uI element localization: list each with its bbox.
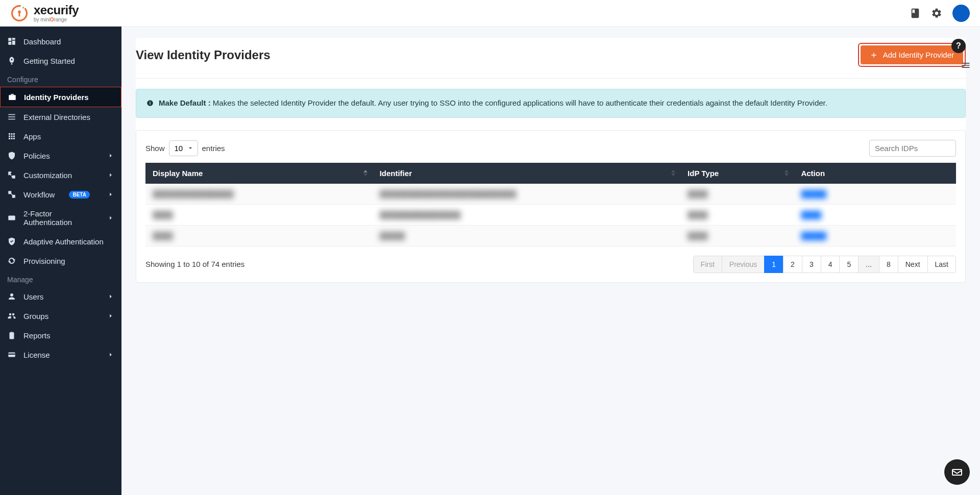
sort-icon xyxy=(671,170,675,176)
chevron-right-icon xyxy=(107,152,114,159)
info-icon: i xyxy=(146,100,154,107)
table-row: ████ █████ ████ █████ xyxy=(145,225,956,246)
svg-rect-4 xyxy=(8,216,15,220)
search-input[interactable] xyxy=(869,140,956,157)
idp-table: Display Name Identifier IdP Type xyxy=(145,163,956,246)
page-5[interactable]: 5 xyxy=(839,256,859,273)
sidebar-label: Adaptive Authentication xyxy=(23,237,104,246)
sidebar-item-license[interactable]: License xyxy=(0,345,121,364)
sidebar-item-provisioning[interactable]: Provisioning xyxy=(0,251,121,270)
sidebar-label: Groups xyxy=(23,312,48,320)
chevron-right-icon xyxy=(107,214,114,221)
add-identity-provider-button[interactable]: Add Identity Provider xyxy=(861,45,963,64)
rocket-icon xyxy=(7,56,16,65)
sidebar-item-groups[interactable]: Groups xyxy=(0,306,121,326)
sidebar-label: Getting Started xyxy=(23,57,75,65)
sidebar-label: Apps xyxy=(23,132,41,141)
header-actions xyxy=(910,5,970,22)
side-menu-toggle[interactable] xyxy=(961,60,971,72)
sidebar-section-configure: Configure xyxy=(0,70,121,87)
chevron-right-icon xyxy=(107,191,114,198)
sidebar-label: External Directories xyxy=(23,113,90,121)
plus-icon xyxy=(870,51,878,59)
col-idp-type[interactable]: IdP Type xyxy=(680,163,794,184)
grid-icon xyxy=(7,132,16,141)
help-button[interactable]: ? xyxy=(951,39,966,53)
top-header: xecurify by miniOrange xyxy=(0,0,980,27)
group-icon xyxy=(7,311,16,320)
sidebar-item-customization[interactable]: Customization xyxy=(0,165,121,185)
sidebar-item-workflow[interactable]: Workflow BETA xyxy=(0,185,121,204)
keypad-icon xyxy=(7,213,16,222)
info-text: Makes the selected Identity Provider the… xyxy=(211,98,827,107)
list-icon xyxy=(7,112,16,121)
page-previous[interactable]: Previous xyxy=(722,256,765,273)
page-header: View Identity Providers Add Identity Pro… xyxy=(136,38,966,79)
sort-icon xyxy=(363,170,368,176)
logo[interactable]: xecurify by miniOrange xyxy=(10,4,79,22)
chat-button[interactable] xyxy=(944,459,970,485)
shield-check-icon xyxy=(7,237,16,246)
sidebar-item-apps[interactable]: Apps xyxy=(0,127,121,146)
brand-byline: by miniOrange xyxy=(34,17,79,22)
info-lead: Make Default : xyxy=(159,98,211,107)
table-row: ████ ████████████████ ████ ████ xyxy=(145,204,956,225)
puzzle-icon xyxy=(7,170,16,180)
sidebar-item-dashboard[interactable]: Dashboard xyxy=(0,32,121,51)
sidebar-label: License xyxy=(23,351,50,359)
page-8[interactable]: 8 xyxy=(879,256,898,273)
sidebar-item-policies[interactable]: Policies xyxy=(0,146,121,165)
sidebar-label: Users xyxy=(23,292,43,301)
entries-select[interactable]: 10 xyxy=(169,140,198,156)
brand-name: xecurify xyxy=(34,4,79,16)
page-2[interactable]: 2 xyxy=(783,256,802,273)
gear-icon[interactable] xyxy=(931,8,942,19)
page-last[interactable]: Last xyxy=(927,256,956,273)
svg-text:i: i xyxy=(150,101,151,106)
page-ellipsis: ... xyxy=(858,256,879,273)
pagination: First Previous 1 2 3 4 5 ... 8 Next Last xyxy=(693,256,956,273)
page-title: View Identity Providers xyxy=(136,48,271,62)
show-label: Show xyxy=(145,144,165,153)
table-footer: Showing 1 to 10 of 74 entries First Prev… xyxy=(145,256,956,273)
hamburger-icon xyxy=(961,60,971,70)
sidebar-item-reports[interactable]: Reports xyxy=(0,326,121,345)
workflow-icon xyxy=(7,190,16,199)
sidebar-label: Customization xyxy=(23,171,72,180)
sidebar-item-2fa[interactable]: 2-Factor Authentication xyxy=(0,204,121,232)
col-identifier[interactable]: Identifier xyxy=(373,163,680,184)
col-action: Action xyxy=(794,163,956,184)
docs-icon[interactable] xyxy=(910,8,921,19)
table-row: ████████████████ ███████████████████████… xyxy=(145,184,956,205)
beta-badge: BETA xyxy=(69,191,89,199)
page-4[interactable]: 4 xyxy=(821,256,840,273)
shield-icon xyxy=(7,151,16,160)
sidebar-label: Identity Providers xyxy=(24,93,89,102)
page-first[interactable]: First xyxy=(693,256,722,273)
sidebar: Dashboard Getting Started Configure Iden… xyxy=(0,27,121,495)
add-button-highlight: Add Identity Provider xyxy=(858,43,966,67)
avatar[interactable] xyxy=(952,5,970,22)
svg-rect-3 xyxy=(19,13,20,16)
chevron-right-icon xyxy=(107,312,114,319)
sidebar-item-getting-started[interactable]: Getting Started xyxy=(0,51,121,70)
user-icon xyxy=(7,292,16,301)
svg-rect-6 xyxy=(8,354,15,355)
chevron-right-icon xyxy=(107,293,114,300)
sidebar-section-manage: Manage xyxy=(0,270,121,287)
chevron-right-icon xyxy=(107,171,114,179)
table-card: Show 10 entries Display Name xyxy=(136,130,966,283)
sidebar-item-adaptive-auth[interactable]: Adaptive Authentication xyxy=(0,232,121,251)
sidebar-item-users[interactable]: Users xyxy=(0,287,121,306)
briefcase-icon xyxy=(8,92,17,102)
sidebar-label: Reports xyxy=(23,331,51,340)
sidebar-item-identity-providers[interactable]: Identity Providers xyxy=(0,87,121,107)
page-next[interactable]: Next xyxy=(898,256,928,273)
table-info: Showing 1 to 10 of 74 entries xyxy=(145,260,244,268)
dashboard-icon xyxy=(7,37,16,46)
page-1[interactable]: 1 xyxy=(764,256,783,273)
sidebar-item-external-directories[interactable]: External Directories xyxy=(0,107,121,127)
mail-icon xyxy=(951,466,963,478)
col-display-name[interactable]: Display Name xyxy=(145,163,373,184)
page-3[interactable]: 3 xyxy=(802,256,821,273)
